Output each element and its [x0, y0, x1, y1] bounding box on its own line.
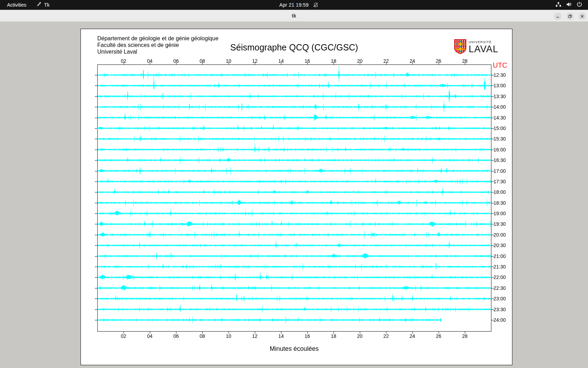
utc-time-label: 18:30 — [493, 200, 506, 206]
utc-time-label: 22:30 — [493, 285, 506, 291]
x-tick-label-bottom: 16 — [301, 333, 313, 339]
window-titlebar[interactable]: tk — [0, 10, 588, 22]
utc-time-label: 13:00 — [493, 83, 506, 88]
laval-shield-icon — [454, 39, 467, 56]
helicorder-plot-canvas — [81, 29, 513, 366]
utc-time-label: 17:00 — [493, 168, 506, 174]
x-tick-label-top: 08 — [196, 58, 208, 64]
x-tick-label-bottom: 08 — [196, 333, 208, 339]
system-tray[interactable] — [555, 0, 582, 10]
logo-universite-label: UNIVERSITÉ — [469, 40, 498, 44]
utc-time-label: 19:30 — [493, 221, 506, 227]
close-button[interactable] — [579, 13, 586, 20]
tk-app-icon — [36, 0, 42, 10]
x-tick-label-bottom: 22 — [380, 333, 392, 339]
volume-icon — [566, 1, 572, 9]
utc-time-label: 14:00 — [493, 104, 506, 110]
x-tick-label-top: 14 — [275, 58, 287, 64]
notifications-muted-bell-icon[interactable] — [313, 2, 318, 9]
x-tick-label-bottom: 12 — [249, 333, 261, 339]
gnome-top-bar: Apr 21 19:59 Activities Tk — [0, 0, 588, 10]
utc-time-label: 13:30 — [493, 94, 506, 99]
utc-time-label: 20:00 — [493, 232, 506, 238]
utc-time-label: 20:30 — [493, 243, 506, 248]
utc-time-label: 21:30 — [493, 264, 506, 270]
x-tick-label-bottom: 24 — [406, 333, 418, 339]
x-tick-label-top: 06 — [170, 58, 182, 64]
x-tick-label-bottom: 02 — [118, 333, 130, 339]
x-tick-label-top: 26 — [433, 58, 444, 64]
utc-axis-title: UTC — [493, 61, 507, 69]
x-tick-label-top: 12 — [249, 58, 261, 64]
utc-time-label: 21:00 — [493, 253, 506, 259]
utc-time-label: 22:00 — [493, 274, 506, 280]
x-tick-label-bottom: 18 — [328, 333, 340, 339]
x-tick-label-bottom: 20 — [354, 333, 366, 339]
x-tick-label-top: 02 — [118, 58, 130, 64]
utc-time-label: 15:30 — [493, 136, 506, 142]
clock[interactable]: Apr 21 19:59 — [0, 0, 588, 10]
maximize-button[interactable] — [566, 13, 574, 20]
utc-time-label: 16:00 — [493, 147, 506, 152]
x-tick-label-bottom: 10 — [223, 333, 234, 339]
x-tick-label-bottom: 14 — [275, 333, 287, 339]
x-tick-label-top: 10 — [223, 58, 234, 64]
power-icon — [576, 1, 582, 9]
x-tick-label-top: 20 — [354, 58, 366, 64]
institution-line: Département de géologie et de génie géol… — [97, 35, 218, 42]
x-tick-label-top: 28 — [459, 58, 471, 64]
app-name-label: Tk — [44, 0, 50, 10]
utc-time-label: 18:00 — [493, 189, 506, 195]
x-axis-title: Minutes écoulées — [97, 345, 491, 353]
x-tick-label-top: 04 — [144, 58, 156, 64]
utc-time-label: 23:30 — [493, 307, 506, 312]
utc-time-label: 23:00 — [493, 296, 506, 301]
x-tick-label-bottom: 06 — [170, 333, 182, 339]
x-tick-label-top: 16 — [301, 58, 313, 64]
utc-time-label: 17:30 — [493, 179, 506, 184]
plot-title: Séismographe QCQ (CGC/GSC) — [97, 42, 491, 53]
tk-canvas-window: Département de géologie et de génie géol… — [80, 29, 512, 365]
utc-time-label: 16:30 — [493, 157, 506, 163]
utc-time-label: 15:00 — [493, 125, 506, 131]
x-tick-label-top: 24 — [406, 58, 418, 64]
minimize-button[interactable] — [554, 13, 561, 20]
activities-button[interactable]: Activities — [5, 0, 28, 10]
utc-time-label: 14:30 — [493, 115, 506, 121]
x-tick-label-bottom: 04 — [144, 333, 156, 339]
x-tick-label-top: 18 — [328, 58, 340, 64]
utc-time-label: 12:30 — [493, 72, 506, 78]
x-tick-label-bottom: 28 — [459, 333, 471, 339]
utc-time-label: 24:00 — [493, 317, 506, 323]
wired-network-icon — [555, 1, 561, 9]
running-app-indicator[interactable]: Tk — [36, 0, 50, 10]
logo-laval-label: LAVAL — [469, 44, 498, 55]
x-tick-label-bottom: 26 — [433, 333, 444, 339]
utc-time-label: 19:00 — [493, 211, 506, 216]
x-tick-label-top: 22 — [380, 58, 392, 64]
universite-laval-logo: UNIVERSITÉ LAVAL — [454, 39, 498, 56]
window-title: tk — [0, 10, 588, 22]
